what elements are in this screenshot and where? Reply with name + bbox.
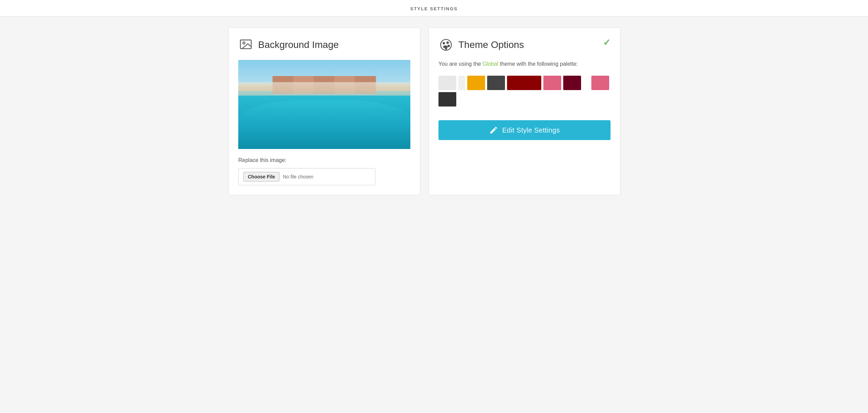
swatch-1 <box>438 76 456 90</box>
theme-description: You are using the Global theme with the … <box>438 60 611 68</box>
svg-point-3 <box>443 42 445 44</box>
no-file-text: No file chosen <box>283 174 313 179</box>
main-content: Background Image Replace this image: Cho… <box>215 16 653 206</box>
page-header: STYLE SETTINGS <box>0 0 868 16</box>
description-before: You are using the <box>438 61 482 67</box>
theme-card-header: Theme Options <box>438 37 611 52</box>
description-after: theme with the following palette: <box>498 61 578 67</box>
background-preview-image <box>238 60 410 149</box>
image-icon <box>238 37 253 52</box>
theme-card-title: Theme Options <box>458 39 524 50</box>
edit-style-settings-button[interactable]: Edit Style Settings <box>438 120 611 140</box>
swatch-3 <box>467 76 485 90</box>
pencil-icon <box>489 126 498 135</box>
background-image-card: Background Image Replace this image: Cho… <box>228 27 420 195</box>
swatch-7 <box>563 76 581 90</box>
svg-rect-0 <box>240 40 251 49</box>
replace-label: Replace this image: <box>238 157 410 163</box>
global-theme-name: Global <box>482 61 498 67</box>
svg-point-4 <box>447 42 448 43</box>
swatch-2 <box>458 76 465 90</box>
file-input-wrapper[interactable]: Choose File No file chosen <box>238 168 375 185</box>
checkmark-icon: ✓ <box>603 37 611 48</box>
svg-point-1 <box>243 42 245 44</box>
swatch-4 <box>487 76 505 90</box>
resort-scene <box>238 60 410 149</box>
edit-style-settings-label: Edit Style Settings <box>502 126 560 134</box>
pool-area <box>238 100 410 149</box>
swatch-6 <box>543 76 561 90</box>
swatch-8 <box>591 76 609 90</box>
svg-point-5 <box>448 45 450 47</box>
theme-options-card: Theme Options ✓ You are using the Global… <box>429 27 620 195</box>
palette-icon <box>438 37 454 52</box>
bg-card-title: Background Image <box>258 39 339 50</box>
choose-file-button[interactable]: Choose File <box>243 172 279 182</box>
page-title: STYLE SETTINGS <box>0 6 868 11</box>
bg-card-header: Background Image <box>238 37 410 52</box>
palette-container <box>438 76 611 107</box>
swatch-5 <box>507 76 541 90</box>
swatch-9 <box>438 92 456 107</box>
